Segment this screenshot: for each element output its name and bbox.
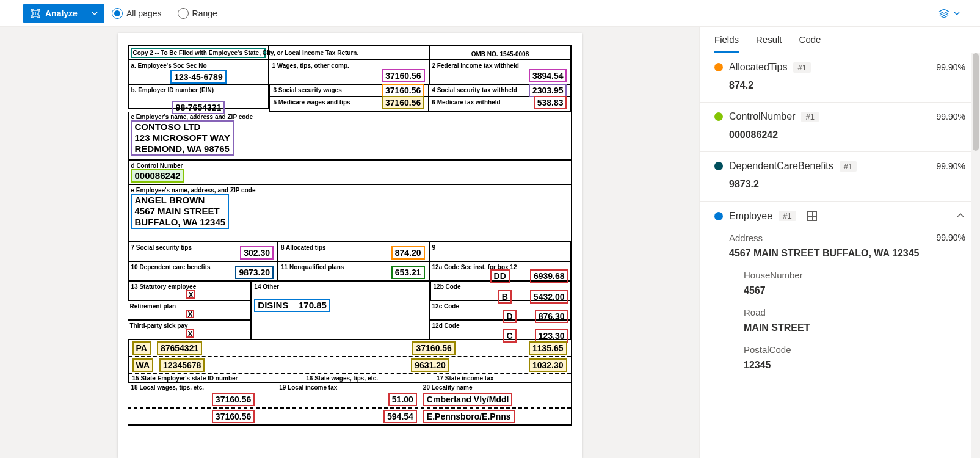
sickpay-label: Third-party sick pay bbox=[130, 322, 188, 329]
box7-value: 302.30 bbox=[240, 246, 274, 260]
local2-tax: 594.54 bbox=[383, 410, 417, 423]
analyze-dropdown[interactable] bbox=[85, 4, 104, 23]
box10-value: 9873.20 bbox=[235, 266, 274, 279]
box12c-label: 12c Code bbox=[432, 303, 459, 310]
sickpay-check: X bbox=[186, 329, 194, 338]
results-panel: Fields Result Code AllocatedTips #1 99.9… bbox=[699, 27, 980, 458]
chevron-up-icon[interactable] bbox=[956, 210, 965, 222]
field-value: 000086242 bbox=[729, 129, 965, 140]
box8-label: 8 Allocated tips bbox=[281, 244, 326, 251]
box15-label: 15 State Employer's state ID number bbox=[132, 375, 307, 382]
box3-label: 3 Social security wages bbox=[273, 87, 341, 93]
box13-label: 13 Statutory employee bbox=[131, 283, 197, 290]
local2-name: E.Pennsboro/E.Pnns bbox=[423, 410, 515, 423]
control-number: 000086242 bbox=[131, 169, 184, 183]
box-e-label: e Employee's name, address, and ZIP code bbox=[131, 187, 256, 194]
local1-tax: 51.00 bbox=[388, 393, 417, 406]
state2-wages: 9631.20 bbox=[411, 358, 449, 372]
box9-label: 9 bbox=[432, 244, 436, 251]
analyze-button[interactable]: Analyze bbox=[23, 4, 104, 23]
field-control-number[interactable]: ControlNumber #1 99.90% 000086242 bbox=[700, 103, 980, 152]
field-confidence: 99.90% bbox=[937, 62, 965, 72]
field-dot bbox=[714, 212, 723, 220]
w2-form: Copy 2 -- To Be Filed with Employee's St… bbox=[118, 33, 582, 458]
retirement-check: X bbox=[186, 310, 194, 318]
copy2-text: Copy 2 -- To Be Filed with Employee's St… bbox=[131, 48, 266, 58]
omb-number: OMB NO. 1545-0008 bbox=[471, 51, 529, 57]
box12b-label: 12b Code bbox=[434, 283, 461, 290]
chevron-down-icon bbox=[953, 10, 960, 17]
address-confidence: 99.90% bbox=[937, 233, 965, 243]
box1-label: 1 Wages, tips, other comp. bbox=[272, 62, 349, 69]
box12d-label: 12d Code bbox=[432, 322, 460, 329]
field-allocated-tips[interactable]: AllocatedTips #1 99.90% 874.2 bbox=[700, 53, 980, 103]
state2-abbr: WA bbox=[132, 358, 154, 372]
box18-label: 18 Local wages, tips, etc. bbox=[131, 384, 280, 391]
tab-result[interactable]: Result bbox=[756, 34, 782, 53]
field-employee[interactable]: Employee #1 Address99.90% 4567 MAIN STRE… bbox=[700, 202, 980, 382]
box-d-label: d Control Number bbox=[131, 162, 183, 169]
box16-label: 16 State wages, tips, etc. bbox=[306, 375, 437, 382]
box11-label: 11 Nonqualified plans bbox=[281, 264, 344, 271]
address-value: 4567 MAIN STREET BUFFALO, WA 12345 bbox=[729, 248, 965, 259]
local1-name: Cmberland Vly/Mddl bbox=[423, 393, 513, 406]
field-name: ControlNumber bbox=[729, 111, 795, 122]
scrollbar-thumb[interactable] bbox=[973, 53, 979, 151]
field-dot bbox=[714, 63, 723, 71]
box10-label: 10 Dependent care benefits bbox=[131, 264, 211, 271]
field-name: Employee bbox=[729, 211, 772, 222]
state2-tax: 1032.30 bbox=[529, 358, 567, 372]
box12a-value: 6939.68 bbox=[530, 269, 568, 283]
all-pages-radio[interactable]: All pages bbox=[112, 8, 162, 19]
box20-label: 20 Locality name bbox=[423, 384, 567, 391]
box5-value: 37160.56 bbox=[382, 96, 424, 109]
analyze-label: Analyze bbox=[45, 9, 78, 18]
box11-value: 653.21 bbox=[391, 266, 425, 279]
field-value: 9873.2 bbox=[729, 179, 965, 190]
box12a-code: DD bbox=[490, 269, 510, 283]
road-label: Road bbox=[744, 307, 965, 318]
employer-city: REDMOND, WA 98765 bbox=[132, 144, 233, 154]
field-badge: #1 bbox=[840, 161, 857, 172]
local1-wages: 37160.56 bbox=[212, 393, 255, 406]
retirement-label: Retirement plan bbox=[130, 303, 176, 310]
scrollbar-track bbox=[971, 53, 980, 458]
local2-wages: 37160.56 bbox=[212, 410, 255, 423]
postal-label: PostalCode bbox=[744, 344, 965, 355]
state1-abbr: PA bbox=[132, 341, 151, 355]
box7-label: 7 Social security tips bbox=[131, 244, 192, 251]
field-value: 874.2 bbox=[729, 80, 965, 91]
tab-code[interactable]: Code bbox=[799, 34, 821, 53]
tab-fields[interactable]: Fields bbox=[714, 34, 739, 53]
layers-dropdown[interactable] bbox=[938, 8, 975, 19]
field-badge: #1 bbox=[801, 112, 818, 122]
state2-id: 12345678 bbox=[159, 358, 205, 372]
box19-label: 19 Local income tax bbox=[279, 384, 423, 391]
layers-icon bbox=[938, 8, 949, 19]
employer-name: CONTOSO LTD bbox=[132, 122, 233, 133]
box2-value: 3894.54 bbox=[529, 69, 567, 82]
employer-street: 123 MICROSOFT WAY bbox=[132, 133, 233, 144]
fields-list[interactable]: AllocatedTips #1 99.90% 874.2 ControlNum… bbox=[700, 53, 980, 458]
field-dot bbox=[714, 112, 723, 121]
box5-label: 5 Medicare wages and tips bbox=[273, 99, 350, 106]
table-icon[interactable] bbox=[807, 211, 817, 221]
house-value: 4567 bbox=[744, 285, 965, 296]
field-name: DependentCareBenefits bbox=[729, 161, 833, 172]
range-radio[interactable]: Range bbox=[178, 8, 217, 19]
box6-value: 538.83 bbox=[534, 96, 567, 109]
field-confidence: 99.90% bbox=[937, 161, 965, 171]
box4-label: 4 Social security tax withheld bbox=[432, 87, 517, 93]
employee-name: ANGEL BROWN bbox=[132, 195, 228, 206]
box1-value: 37160.56 bbox=[382, 69, 424, 82]
all-pages-label: All pages bbox=[126, 9, 162, 18]
ssn-value: 123-45-6789 bbox=[170, 70, 226, 84]
box14-value: DISINS 170.85 bbox=[254, 299, 330, 312]
document-viewer[interactable]: Copy 2 -- To Be Filed with Employee's St… bbox=[0, 27, 699, 458]
statutory-check: X bbox=[186, 290, 195, 299]
employee-city: BUFFALO, WA 12345 bbox=[132, 217, 228, 228]
analyze-icon bbox=[31, 9, 40, 18]
panel-tabs: Fields Result Code bbox=[700, 27, 980, 53]
field-dependent-care[interactable]: DependentCareBenefits #1 99.90% 9873.2 bbox=[700, 152, 980, 202]
box8-value: 874.20 bbox=[391, 246, 425, 260]
